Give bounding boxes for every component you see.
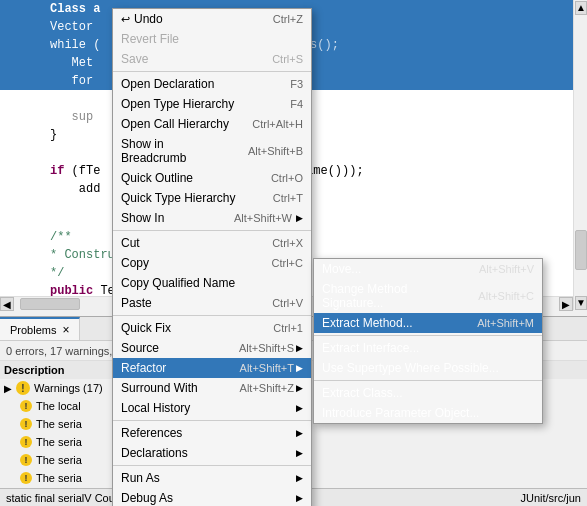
menu-item-revert[interactable]: Revert File xyxy=(113,29,311,49)
submenu-item-extract-class[interactable]: Extract Class... xyxy=(314,383,542,403)
menu-item-references[interactable]: References ▶ xyxy=(113,423,311,443)
submenu-item-use-supertype[interactable]: Use Supertype Where Possible... xyxy=(314,358,542,378)
quick-fix-label: Quick Fix xyxy=(121,321,171,335)
open-type-shortcut: F4 xyxy=(274,98,303,110)
open-call-shortcut: Ctrl+Alt+H xyxy=(236,118,303,130)
quick-fix-shortcut: Ctrl+1 xyxy=(257,322,303,334)
editor-scrollbar[interactable]: ▲ ▼ xyxy=(573,0,587,310)
warning-text-4: The seria xyxy=(36,454,82,466)
expand-warnings-icon[interactable]: ▶ xyxy=(4,383,12,394)
menu-item-quick-outline[interactable]: Quick Outline Ctrl+O xyxy=(113,168,311,188)
submenu-item-extract-method[interactable]: Extract Method... Alt+Shift+M xyxy=(314,313,542,333)
tab-problems[interactable]: Problems × xyxy=(0,317,80,340)
surround-shortcut: Alt+Shift+Z xyxy=(224,382,294,394)
refactor-label: Refactor xyxy=(121,361,166,375)
use-supertype-label: Use Supertype Where Possible... xyxy=(322,361,499,375)
surround-label: Surround With xyxy=(121,381,198,395)
quick-outline-shortcut: Ctrl+O xyxy=(255,172,303,184)
h-scroll-thumb[interactable] xyxy=(20,298,80,310)
menu-item-open-declaration[interactable]: Open Declaration F3 xyxy=(113,74,311,94)
menu-item-debug-as[interactable]: Debug As ▶ xyxy=(113,488,311,506)
warning-icon-4: ! xyxy=(20,454,32,466)
open-declaration-shortcut: F3 xyxy=(274,78,303,90)
revert-label: Revert File xyxy=(121,32,179,46)
copy-label: Copy xyxy=(121,256,149,270)
sep-2 xyxy=(113,230,311,231)
sep-3 xyxy=(113,315,311,316)
open-type-label: Open Type Hierarchy xyxy=(121,97,234,111)
submenu-item-change-sig[interactable]: Change Method Signature... Alt+Shift+C xyxy=(314,279,542,313)
menu-item-refactor[interactable]: Refactor Alt+Shift+T ▶ Move... Alt+Shift… xyxy=(113,358,311,378)
warning-group-icon: ! xyxy=(16,381,30,395)
menu-item-run-as[interactable]: Run As ▶ xyxy=(113,468,311,488)
open-call-label: Open Call Hierarchy xyxy=(121,117,229,131)
close-problems-button[interactable]: × xyxy=(62,323,69,337)
debug-as-label: Debug As xyxy=(121,491,173,505)
warning-text-2: The seria xyxy=(36,418,82,430)
warning-icon-3: ! xyxy=(20,436,32,448)
move-label: Move... xyxy=(322,262,361,276)
warning-icon-2: ! xyxy=(20,418,32,430)
tab-problems-label: Problems xyxy=(10,324,56,336)
problems-summary: 0 errors, 17 warnings, xyxy=(6,345,112,357)
menu-item-local-history[interactable]: Local History ▶ xyxy=(113,398,311,418)
introduce-param-label: Introduce Parameter Object... xyxy=(322,406,479,420)
extract-interface-label: Extract Interface... xyxy=(322,341,419,355)
source-label: Source xyxy=(121,341,159,355)
menu-item-copy[interactable]: Copy Ctrl+C xyxy=(113,253,311,273)
extract-class-label: Extract Class... xyxy=(322,386,403,400)
save-shortcut: Ctrl+S xyxy=(256,53,303,65)
submenu-item-move[interactable]: Move... Alt+Shift+V xyxy=(314,259,542,279)
menu-item-show-in[interactable]: Show In Alt+Shift+W ▶ xyxy=(113,208,311,228)
menu-item-source[interactable]: Source Alt+Shift+S ▶ xyxy=(113,338,311,358)
menu-item-quick-type[interactable]: Quick Type Hierarchy Ctrl+T xyxy=(113,188,311,208)
menu-item-paste[interactable]: Paste Ctrl+V xyxy=(113,293,311,313)
quick-outline-label: Quick Outline xyxy=(121,171,193,185)
open-declaration-label: Open Declaration xyxy=(121,77,214,91)
source-shortcut: Alt+Shift+S xyxy=(223,342,294,354)
menu-item-open-type[interactable]: Open Type Hierarchy F4 xyxy=(113,94,311,114)
undo-label: Undo xyxy=(134,12,163,26)
submenu-item-extract-interface[interactable]: Extract Interface... xyxy=(314,338,542,358)
breadcrumb-label: Show in Breadcrumb xyxy=(121,137,232,165)
warning-text-5: The seria xyxy=(36,472,82,484)
menu-item-undo[interactable]: ↩ Undo Ctrl+Z xyxy=(113,9,311,29)
change-sig-label: Change Method Signature... xyxy=(322,282,470,310)
change-sig-shortcut: Alt+Shift+C xyxy=(470,290,534,302)
local-history-label: Local History xyxy=(121,401,190,415)
move-shortcut: Alt+Shift+V xyxy=(471,263,534,275)
quick-type-label: Quick Type Hierarchy xyxy=(121,191,236,205)
local-history-arrow-icon: ▶ xyxy=(296,403,303,413)
menu-item-breadcrumb[interactable]: Show in Breadcrumb Alt+Shift+B xyxy=(113,134,311,168)
source-arrow-icon: ▶ xyxy=(296,343,303,353)
paste-shortcut: Ctrl+V xyxy=(256,297,303,309)
extract-method-shortcut: Alt+Shift+M xyxy=(469,317,534,329)
warning-text-3: The seria xyxy=(36,436,82,448)
show-in-shortcut: Alt+Shift+W xyxy=(218,212,292,224)
warning-icon-1: ! xyxy=(20,400,32,412)
copy-shortcut: Ctrl+C xyxy=(256,257,303,269)
paste-label: Paste xyxy=(121,296,152,310)
warning-icon-5: ! xyxy=(20,472,32,484)
submenu-item-introduce-param[interactable]: Introduce Parameter Object... xyxy=(314,403,542,423)
scroll-thumb[interactable] xyxy=(575,230,587,270)
menu-item-open-call[interactable]: Open Call Hierarchy Ctrl+Alt+H xyxy=(113,114,311,134)
menu-item-surround[interactable]: Surround With Alt+Shift+Z ▶ xyxy=(113,378,311,398)
menu-item-copy-qualified[interactable]: Copy Qualified Name xyxy=(113,273,311,293)
menu-item-save[interactable]: Save Ctrl+S xyxy=(113,49,311,69)
show-in-label: Show In xyxy=(121,211,164,225)
description-label: Description xyxy=(4,364,65,376)
undo-shortcut: Ctrl+Z xyxy=(257,13,303,25)
sep-4 xyxy=(113,420,311,421)
refactor-arrow-icon: ▶ xyxy=(296,363,303,373)
menu-item-declarations[interactable]: Declarations ▶ xyxy=(113,443,311,463)
surround-arrow-icon: ▶ xyxy=(296,383,303,393)
cut-label: Cut xyxy=(121,236,140,250)
menu-item-quick-fix[interactable]: Quick Fix Ctrl+1 xyxy=(113,318,311,338)
run-as-arrow-icon: ▶ xyxy=(296,473,303,483)
context-menu: ↩ Undo Ctrl+Z Revert File Save Ctrl+S Op… xyxy=(112,8,312,506)
declarations-arrow-icon: ▶ xyxy=(296,448,303,458)
show-in-arrow-icon: ▶ xyxy=(296,213,303,223)
menu-item-cut[interactable]: Cut Ctrl+X xyxy=(113,233,311,253)
references-arrow-icon: ▶ xyxy=(296,428,303,438)
